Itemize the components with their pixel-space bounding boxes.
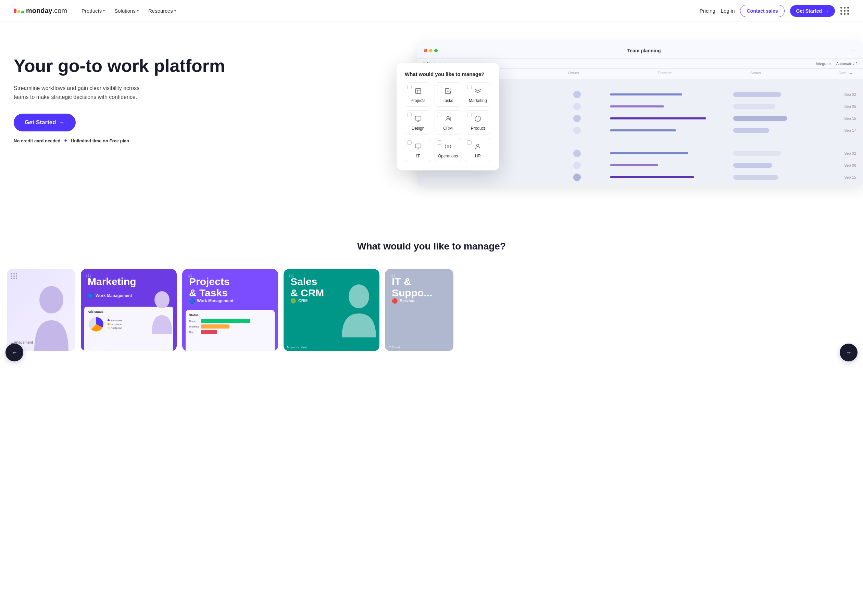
svg-point-16 bbox=[349, 284, 369, 308]
checkbox-icon bbox=[467, 113, 472, 117]
modal-item-operations[interactable]: Operations bbox=[435, 138, 461, 162]
contact-sales-button[interactable]: Contact sales bbox=[740, 5, 784, 17]
card-projects[interactable]: Projects& Tasks 🔵 Work Management Status… bbox=[182, 269, 278, 351]
row-status bbox=[733, 116, 794, 121]
row-status bbox=[733, 163, 794, 168]
board-menu-dots[interactable]: ··· bbox=[850, 47, 856, 54]
carousel-right-button[interactable]: → bbox=[840, 344, 858, 361]
pricing-link[interactable]: Pricing bbox=[700, 8, 715, 14]
board-title: Team planning bbox=[627, 48, 661, 53]
modal-item-product[interactable]: Product bbox=[465, 110, 491, 135]
grid-dot bbox=[840, 7, 842, 9]
nav-item-resources[interactable]: Resources ▾ bbox=[145, 6, 180, 16]
modal-item-hr[interactable]: HR bbox=[465, 138, 491, 162]
sales-person-photo bbox=[339, 283, 380, 338]
modal-item-it[interactable]: IT bbox=[405, 138, 431, 162]
product-icon bbox=[474, 115, 481, 124]
nav-item-products[interactable]: Products ▾ bbox=[78, 6, 108, 16]
timeline-bar bbox=[610, 117, 706, 119]
board-actions: Integrate Automate / 2 bbox=[816, 61, 858, 66]
login-link[interactable]: Log in bbox=[721, 8, 735, 14]
row-date: Sep 15 bbox=[796, 175, 856, 179]
modal-title: What would you like to manage? bbox=[405, 71, 491, 77]
work-mgmt-icon: 🔵 bbox=[88, 293, 93, 299]
hero-section: Your go-to work platform Streamline work… bbox=[0, 22, 863, 220]
crm-icon-card: 🟢 bbox=[290, 298, 296, 303]
modal-item-projects[interactable]: Projects bbox=[405, 82, 431, 107]
status-pill bbox=[733, 151, 781, 156]
manage-modal: What would you like to manage? Projects bbox=[397, 63, 499, 170]
col-add[interactable]: + bbox=[849, 71, 856, 77]
row-status bbox=[733, 128, 794, 133]
crm-label: CRM bbox=[443, 126, 452, 131]
row-status bbox=[733, 104, 794, 109]
timeline-bar bbox=[610, 129, 676, 131]
modal-item-marketing[interactable]: Marketing bbox=[465, 82, 491, 107]
status-bar bbox=[201, 319, 250, 323]
row-owner bbox=[547, 162, 607, 169]
nav-right: Pricing Log in Contact sales Get Started… bbox=[700, 5, 849, 17]
row-owner bbox=[547, 115, 607, 122]
automate-action[interactable]: Automate / 2 bbox=[836, 61, 858, 66]
screenshot-title: Status bbox=[189, 313, 271, 317]
checkbox-icon bbox=[467, 140, 472, 145]
avatar bbox=[573, 173, 581, 181]
hero-left: Your go-to work platform Streamline work… bbox=[14, 42, 390, 143]
logo-com: .com bbox=[52, 7, 67, 14]
card-it[interactable]: IT &Suppo... 🔴 Service... IT Ticket bbox=[385, 269, 454, 351]
col-header-timeline: Timeline bbox=[606, 71, 723, 77]
svg-point-15 bbox=[154, 291, 170, 308]
svg-rect-8 bbox=[415, 144, 421, 148]
left-arrow-icon: ← bbox=[11, 349, 17, 356]
nav-menu: Products ▾ Solutions ▾ Resources ▾ bbox=[78, 6, 180, 16]
get-started-hero-button[interactable]: Get Started → bbox=[14, 114, 76, 131]
card-person[interactable]: ...anagement bbox=[7, 269, 76, 351]
manage-section: What would you like to manage? bbox=[0, 220, 863, 269]
row-owner bbox=[547, 173, 607, 181]
minimize-dot bbox=[429, 49, 433, 52]
timeline-bar bbox=[610, 152, 688, 154]
row-date: Sep 02 bbox=[796, 93, 856, 96]
nav-item-solutions[interactable]: Solutions ▾ bbox=[111, 6, 142, 16]
status-pill bbox=[733, 92, 781, 97]
maximize-dot bbox=[434, 49, 438, 52]
status-row: Working bbox=[189, 324, 271, 328]
sales-card-subtitle: 🟢 CRM bbox=[290, 298, 307, 303]
modal-item-design[interactable]: Design bbox=[405, 110, 431, 135]
logo-dot-red bbox=[14, 9, 16, 13]
it-label: IT bbox=[416, 154, 420, 159]
marketing-card-subtitle: 🔵 Work Management bbox=[88, 293, 132, 299]
work-mgmt-icon-2: 🔵 bbox=[189, 298, 195, 303]
marketing-card-title: Marketing bbox=[88, 276, 136, 287]
hero-note: No credit card needed ✦ Unlimited time o… bbox=[14, 138, 390, 143]
row-timeline bbox=[610, 152, 730, 154]
row-timeline bbox=[610, 176, 730, 178]
person-photo bbox=[150, 289, 174, 334]
modal-item-tasks[interactable]: Tasks bbox=[435, 82, 461, 107]
tasks-icon bbox=[444, 88, 451, 96]
row-date: Sep 17 bbox=[796, 128, 856, 132]
tasks-label: Tasks bbox=[443, 98, 454, 103]
modal-item-crm[interactable]: CRM bbox=[435, 110, 461, 135]
apps-grid-icon[interactable] bbox=[840, 7, 849, 15]
card-marketing[interactable]: Marketing 🔵 Work Management Ads status bbox=[81, 269, 177, 351]
pie-chart bbox=[88, 316, 105, 333]
projects-label: Projects bbox=[411, 98, 425, 103]
design-icon bbox=[415, 115, 422, 124]
card-sales[interactable]: Sales& CRM 🟢 CRM Moon Inc. deal bbox=[283, 269, 380, 351]
get-started-nav-button[interactable]: Get Started → bbox=[790, 5, 835, 17]
avatar bbox=[573, 127, 581, 134]
integrate-action[interactable]: Integrate bbox=[816, 61, 830, 66]
svg-rect-0 bbox=[416, 89, 420, 94]
svg-point-7 bbox=[449, 117, 451, 118]
row-owner bbox=[547, 103, 607, 110]
logo[interactable]: monday.com bbox=[14, 7, 67, 15]
svg-rect-3 bbox=[415, 116, 421, 121]
avatar bbox=[573, 149, 581, 157]
svg-point-6 bbox=[447, 116, 449, 119]
design-label: Design bbox=[412, 126, 424, 131]
checkbox-icon bbox=[407, 113, 412, 117]
projects-card-title: Projects& Tasks bbox=[189, 276, 230, 299]
checkbox-icon bbox=[437, 140, 441, 145]
carousel-left-button[interactable]: ← bbox=[5, 344, 23, 361]
